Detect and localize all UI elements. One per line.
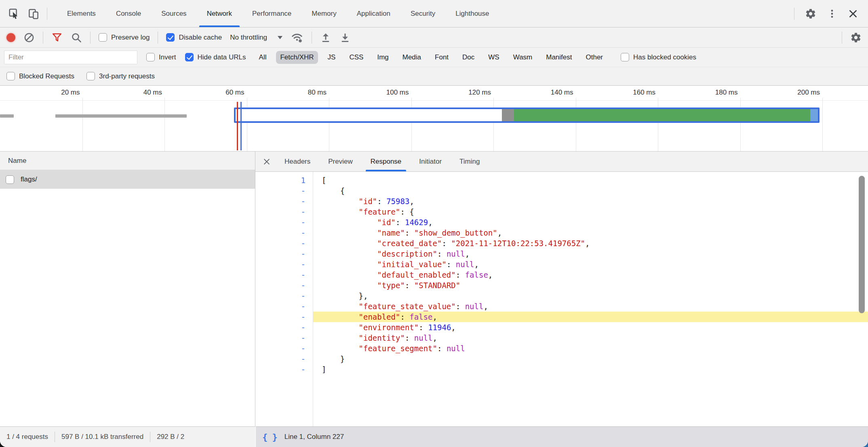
filter-type-doc[interactable]: Doc [458,51,478,64]
code-line-content: "enabled": false, [313,312,868,322]
code-line: - "feature": { [255,207,868,217]
filter-funnel-icon[interactable] [51,32,63,43]
network-settings-gear-icon[interactable] [850,32,862,43]
close-details-icon[interactable] [258,152,276,171]
invert-label: Invert [159,53,176,61]
filter-type-manifest[interactable]: Manifest [542,51,576,64]
blocked-requests-checkbox[interactable] [6,72,15,80]
import-har-icon[interactable] [320,32,331,43]
gutter-line-marker: - [255,186,313,196]
tab-network[interactable]: Network [197,0,242,27]
timeline-tick-label: 200 ms [739,89,820,97]
gutter-line-marker: - [255,291,313,301]
filter-type-js[interactable]: JS [324,51,340,64]
blocked-requests-toggle[interactable]: Blocked Requests [6,72,74,80]
tab-memory[interactable]: Memory [301,0,346,27]
tab-sources[interactable]: Sources [151,0,196,27]
editor-scrollbar[interactable] [859,176,865,313]
request-name: flags/ [21,175,37,183]
invert-toggle[interactable]: Invert [146,53,176,61]
network-toolbar: Preserve log Disable cache No throttling [0,27,868,48]
network-conditions-icon[interactable] [291,31,303,44]
timeline-gridline [493,98,494,151]
inspect-element-icon[interactable] [8,8,20,20]
response-code-editor[interactable]: 1[- {- "id": 75983,- "feature": {- "id":… [255,172,868,426]
gutter-line-marker: - [255,217,313,228]
timeline-tick-label: 80 ms [246,89,327,97]
tab-performance[interactable]: Performance [242,0,301,27]
request-filters-row: Blocked Requests 3rd-party requests [0,67,868,86]
filter-type-css[interactable]: CSS [345,51,367,64]
invert-checkbox[interactable] [146,53,155,61]
requests-summary-bar: 1 / 4 requests597 B / 10.1 kB transferre… [0,426,255,447]
details-tab-initiator[interactable]: Initiator [410,152,451,171]
throttling-dropdown[interactable]: No throttling [230,34,282,42]
tab-security[interactable]: Security [400,0,445,27]
gutter-line-marker: - [255,259,313,270]
details-tab-headers[interactable]: Headers [276,152,319,171]
timeline-gridline [247,98,247,151]
network-overview-timeline[interactable]: 20 ms40 ms60 ms80 ms100 ms120 ms140 ms16… [0,86,868,152]
details-tab-timing[interactable]: Timing [451,152,489,171]
filter-type-wasm[interactable]: Wasm [509,51,537,64]
code-line-content: "default_enabled": false, [313,270,868,280]
toggle-device-toolbar-icon[interactable] [27,8,40,20]
request-row-flags[interactable]: flags/ [0,170,255,189]
timeline-tick-label: 20 ms [0,89,80,97]
more-options-kebab-icon[interactable] [827,8,837,19]
details-tab-preview[interactable]: Preview [319,152,361,171]
gutter-line-marker: - [255,312,313,322]
third-party-requests-checkbox[interactable] [86,72,95,80]
pretty-print-icon[interactable]: { } [262,432,277,442]
code-line-content: }, [313,291,868,301]
filter-type-img[interactable]: Img [373,51,392,64]
filter-type-ws[interactable]: WS [484,51,503,64]
close-devtools-icon[interactable] [848,8,858,19]
waterfall-gray-bar [0,114,14,118]
code-line-content: "initial_value": null, [313,259,868,270]
preserve-log-toggle[interactable]: Preserve log [99,33,150,42]
filter-type-all[interactable]: All [255,51,271,64]
blocked-requests-label: Blocked Requests [19,72,74,80]
disable-cache-toggle[interactable]: Disable cache [166,33,222,42]
gutter-line-marker: - [255,228,313,238]
export-har-icon[interactable] [339,32,351,43]
divider [47,8,47,20]
waterfall-request-bar [234,108,820,123]
has-blocked-cookies-toggle[interactable]: Has blocked cookies [621,53,696,61]
code-line-content: } [313,354,868,364]
clear-network-log-icon[interactable] [23,32,35,43]
filter-type-media[interactable]: Media [398,51,425,64]
filter-type-font[interactable]: Font [431,51,453,64]
code-line-highlighted: - "enabled": false, [255,312,868,322]
filter-input[interactable] [4,51,137,64]
details-tab-response[interactable]: Response [362,152,411,171]
gutter-line-marker: - [255,322,313,333]
summary-item: 1 / 4 requests [6,433,48,441]
tab-console[interactable]: Console [106,0,151,27]
gutter-line-marker: - [255,343,313,354]
record-network-log-icon[interactable] [6,33,15,42]
hide-data-urls-toggle[interactable]: Hide data URLs [185,53,246,61]
tab-application[interactable]: Application [347,0,400,27]
timeline-tick-label: 60 ms [164,89,244,97]
settings-gear-icon[interactable] [805,8,816,19]
name-column-header[interactable]: Name [0,152,255,170]
timeline-tick-label: 180 ms [657,89,738,97]
gutter-divider [313,172,313,426]
has-blocked-cookies-checkbox[interactable] [621,53,629,61]
tab-elements[interactable]: Elements [57,0,106,27]
code-line: - "id": 14629, [255,217,868,228]
devtools-tabbar: ElementsConsoleSourcesNetworkPerformance… [0,0,868,27]
preserve-log-checkbox[interactable] [99,33,107,42]
search-icon[interactable] [71,32,82,43]
request-row-checkbox[interactable] [6,175,14,184]
code-line: - "description": null, [255,249,868,259]
disable-cache-checkbox[interactable] [166,33,175,42]
third-party-requests-toggle[interactable]: 3rd-party requests [86,72,155,80]
hide-data-urls-checkbox[interactable] [185,53,194,61]
filter-type-other[interactable]: Other [582,51,607,64]
tab-lighthouse[interactable]: Lighthouse [445,0,499,27]
filter-type-fetch-xhr[interactable]: Fetch/XHR [276,51,318,64]
code-line-content: "type": "STANDARD" [313,280,868,291]
